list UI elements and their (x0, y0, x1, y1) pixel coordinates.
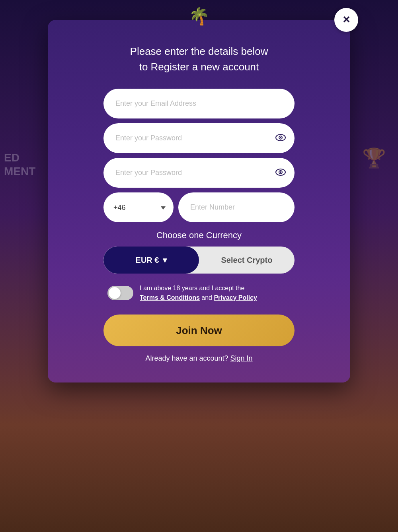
password-eye-icon[interactable] (275, 133, 286, 144)
phone-code-wrapper: +46 +1 +44 +49 (103, 192, 174, 222)
currency-chevron-icon: ▾ (163, 255, 167, 265)
phone-number-input[interactable] (178, 192, 295, 222)
currency-crypto-button[interactable]: Select Crypto (199, 247, 295, 274)
signin-link[interactable]: Sign In (230, 354, 253, 362)
currency-eur-button[interactable]: EUR € ▾ (103, 247, 199, 274)
confirm-password-eye-icon[interactable] (275, 168, 286, 178)
modal-wrapper: 🌴 ✕ Please enter the details below to Re… (48, 20, 350, 382)
privacy-policy-link[interactable]: Privacy Policy (214, 294, 257, 301)
email-input[interactable] (103, 89, 295, 118)
currency-label: Choose one Currency (103, 230, 295, 241)
password-wrapper (103, 123, 295, 153)
trophy-icon: 🏆 (362, 147, 386, 169)
svg-point-2 (280, 137, 281, 138)
terms-toggle[interactable] (107, 286, 133, 300)
terms-text: I am above 18 years and I accept the Ter… (140, 283, 257, 303)
join-now-button[interactable]: Join Now (103, 315, 295, 346)
currency-toggle: EUR € ▾ Select Crypto (103, 247, 295, 274)
terms-conditions-link[interactable]: Terms & Conditions (140, 294, 200, 301)
registration-modal: Please enter the details below to Regist… (48, 20, 350, 382)
toggle-thumb (109, 287, 121, 299)
phone-row: +46 +1 +44 +49 (103, 192, 295, 222)
svg-point-5 (280, 171, 281, 173)
password-group (103, 123, 295, 153)
signin-row: Already have an account? Sign In (103, 354, 295, 363)
confirm-password-wrapper (103, 158, 295, 188)
phone-code-select[interactable]: +46 +1 +44 +49 (103, 192, 174, 222)
confirm-password-input[interactable] (103, 158, 295, 188)
bg-left-text: ED MENT (0, 151, 35, 178)
close-button[interactable]: ✕ (334, 8, 358, 32)
modal-title: Please enter the details below to Regist… (103, 44, 295, 75)
password-input[interactable] (103, 123, 295, 153)
confirm-password-group (103, 158, 295, 188)
palm-icon: 🌴 (189, 8, 209, 25)
email-group (103, 89, 295, 118)
terms-row: I am above 18 years and I accept the Ter… (103, 283, 295, 303)
